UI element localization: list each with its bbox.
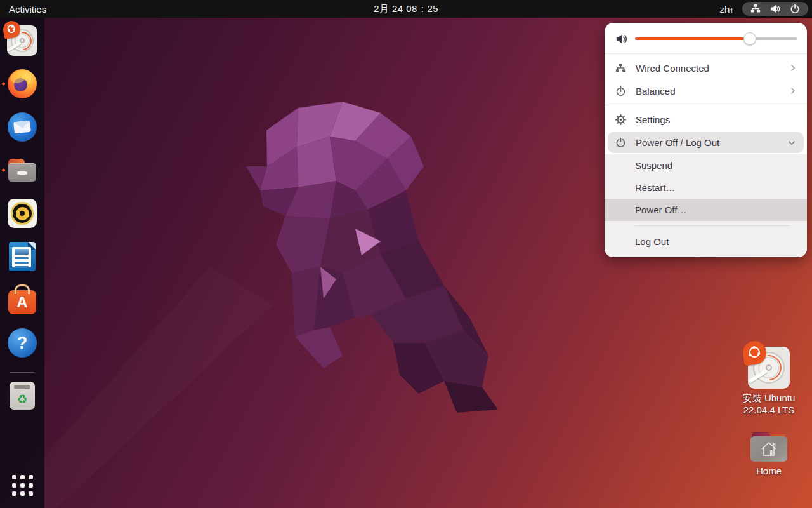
power-icon [790, 4, 800, 14]
dock: A ? ♻ [0, 18, 44, 508]
menu-item-label: Power Off… [635, 204, 686, 215]
dock-item-trash[interactable]: ♻ [7, 380, 37, 411]
menu-item-label: Balanced [636, 86, 788, 97]
ubuntu-logo-icon [748, 346, 760, 358]
speaker-volume-icon [770, 4, 780, 14]
chevron-right-icon [788, 86, 798, 96]
input-method-sub: 1 [730, 8, 733, 15]
dock-item-help[interactable]: ? [7, 328, 37, 358]
chevron-right-icon [788, 63, 798, 73]
volume-slider-knob[interactable] [743, 32, 756, 45]
dock-item-firefox[interactable] [7, 69, 37, 99]
speaker-volume-icon [615, 33, 627, 45]
rhythmbox-icon [8, 199, 37, 228]
menu-divider [605, 105, 807, 105]
volume-slider[interactable] [635, 32, 797, 45]
dock-divider [10, 372, 34, 373]
desktop-icon-home[interactable]: Home [727, 432, 811, 478]
gear-icon [615, 114, 626, 125]
menu-item-settings[interactable]: Settings [605, 108, 807, 131]
dock-item-thunderbird[interactable] [7, 112, 37, 142]
files-icon [8, 159, 36, 182]
firefox-icon [8, 69, 37, 98]
menu-item-power-off[interactable]: Power Off… [605, 199, 807, 221]
menu-item-label: Wired Connected [636, 63, 788, 74]
menu-item-suspend[interactable]: Suspend [605, 154, 807, 177]
wired-network-icon [615, 63, 626, 74]
desktop-screen: 安裝 Ubuntu 22.04.4 LTS Home Activities 2月… [0, 0, 812, 508]
input-method-label: zh [720, 4, 730, 14]
ubuntu-software-icon: A [8, 290, 36, 314]
volume-row [605, 27, 807, 51]
running-indicator [2, 169, 5, 172]
menu-item-wired-connected[interactable]: Wired Connected [605, 57, 807, 79]
menu-item-balanced[interactable]: Balanced [605, 79, 807, 102]
show-applications-button[interactable] [11, 474, 34, 497]
menu-item-label: Restart… [635, 182, 675, 193]
menu-item-label: Power Off / Log Out [636, 137, 787, 148]
power-icon [615, 137, 626, 148]
desktop-icon-install-ubuntu[interactable]: 安裝 Ubuntu 22.04.4 LTS [727, 347, 811, 417]
menu-item-power-off-log-out[interactable]: Power Off / Log Out [608, 132, 804, 153]
input-method-indicator[interactable]: zh1 [720, 4, 733, 15]
dock-item-ubuntu-installer[interactable] [7, 25, 37, 56]
dock-item-libreoffice-writer[interactable] [7, 241, 37, 272]
system-tray-menu-button[interactable] [742, 2, 808, 16]
house-icon [759, 440, 778, 458]
home-folder-icon [750, 432, 787, 462]
clock-button[interactable]: 2月 24 08：25 [374, 3, 438, 15]
trash-icon: ♻ [10, 382, 35, 410]
menu-item-label: Suspend [635, 160, 672, 171]
chevron-down-icon [787, 138, 797, 148]
menu-item-label: Log Out [635, 236, 669, 247]
running-indicator [2, 83, 5, 86]
menu-item-restart[interactable]: Restart… [605, 177, 807, 199]
ubuntu-installer-icon [7, 25, 37, 56]
thunderbird-icon [8, 112, 37, 142]
desktop-icon-label: Home [756, 465, 782, 478]
top-bar: Activities 2月 24 08：25 zh1 [0, 0, 812, 18]
menu-item-log-out[interactable]: Log Out [605, 231, 807, 253]
ubuntu-installer-icon [748, 347, 790, 389]
power-submenu: Suspend Restart… Power Off… Log Out [605, 154, 807, 257]
power-profile-gauge-icon [615, 86, 626, 97]
dock-item-rhythmbox[interactable] [7, 198, 37, 229]
activities-button[interactable]: Activities [0, 0, 55, 18]
menu-divider [635, 225, 789, 226]
libreoffice-writer-icon [9, 242, 36, 271]
dock-item-files[interactable] [7, 155, 37, 185]
dock-item-ubuntu-software[interactable]: A [7, 284, 37, 315]
wired-network-icon [750, 4, 761, 14]
quick-settings-menu: Wired Connected Balanced Settings [605, 23, 807, 257]
menu-divider [605, 53, 807, 54]
help-icon: ? [8, 328, 37, 358]
desktop-icon-label: 安裝 Ubuntu 22.04.4 LTS [743, 392, 796, 417]
menu-item-label: Settings [636, 114, 798, 125]
